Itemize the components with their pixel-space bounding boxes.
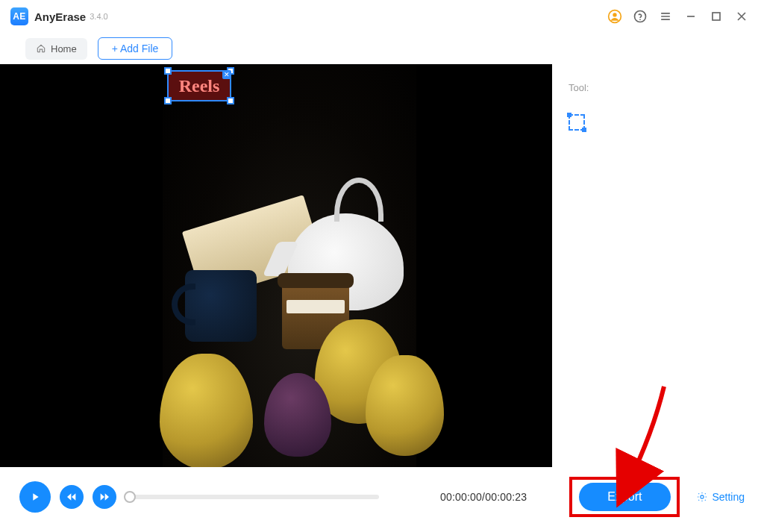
add-file-button[interactable]: + Add File bbox=[98, 37, 173, 60]
video-frame bbox=[163, 64, 416, 467]
app-version: 3.4.0 bbox=[90, 12, 107, 21]
help-icon[interactable] bbox=[631, 7, 649, 25]
svg-point-2 bbox=[635, 11, 646, 22]
watermark-selection[interactable]: Reels ✕ bbox=[167, 70, 231, 101]
selection-close-icon[interactable]: ✕ bbox=[222, 70, 231, 79]
rewind-button[interactable] bbox=[60, 485, 84, 509]
resize-handle-br[interactable] bbox=[227, 97, 234, 104]
menu-icon[interactable] bbox=[657, 7, 674, 25]
minimize-icon[interactable] bbox=[682, 7, 700, 25]
home-button[interactable]: Home bbox=[25, 38, 87, 60]
svg-point-3 bbox=[639, 19, 641, 20]
close-icon[interactable] bbox=[733, 7, 751, 25]
selection-tool-icon[interactable] bbox=[569, 114, 585, 131]
resize-handle-tl[interactable] bbox=[164, 67, 172, 75]
home-icon bbox=[36, 43, 46, 54]
gear-icon bbox=[696, 491, 708, 503]
progress-slider[interactable] bbox=[125, 495, 379, 499]
resize-handle-bl[interactable] bbox=[164, 97, 172, 104]
account-icon[interactable] bbox=[606, 7, 624, 25]
home-label: Home bbox=[51, 43, 77, 54]
play-button[interactable] bbox=[19, 481, 51, 513]
time-display: 00:00:00/00:00:23 bbox=[440, 491, 527, 503]
annotation-highlight bbox=[569, 477, 680, 517]
video-preview[interactable]: Reels ✕ bbox=[0, 64, 552, 467]
tool-label: Tool: bbox=[569, 82, 745, 93]
app-name: AnyErase bbox=[34, 10, 86, 23]
maximize-icon[interactable] bbox=[707, 7, 725, 25]
svg-point-1 bbox=[613, 13, 616, 16]
svg-point-5 bbox=[701, 495, 704, 498]
watermark-text: Reels bbox=[179, 76, 220, 96]
setting-label: Setting bbox=[712, 491, 745, 503]
svg-rect-4 bbox=[713, 13, 720, 20]
forward-button[interactable] bbox=[93, 485, 116, 509]
slider-knob[interactable] bbox=[124, 491, 136, 503]
setting-button[interactable]: Setting bbox=[696, 491, 745, 503]
app-logo: AE bbox=[10, 7, 28, 25]
